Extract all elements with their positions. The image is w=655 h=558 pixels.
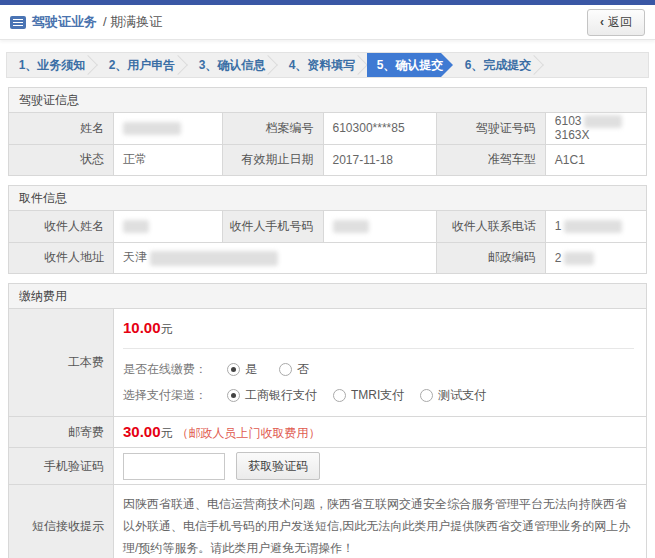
page-header: 驾驶证业务 / 期满换证 ‹ 返回	[0, 5, 655, 40]
step-2-user-declaration: 2、用户申告	[97, 53, 187, 77]
post-fee-note: （邮政人员上门收取费用）	[177, 426, 321, 440]
channel-tmri-radio[interactable]	[333, 389, 346, 402]
license-number-suffix: 3163X	[555, 128, 590, 142]
work-fee-cell: 10.00元 是否在线缴费： 是 否 选择支付渠道： 工商银行支付 TMRI支付	[113, 309, 646, 417]
document-list-icon	[10, 16, 26, 29]
breadcrumb-current: / 期满换证	[103, 13, 162, 31]
table-row: 状态 正常 有效期止日期 2017-11-18 准驾车型 A1C1	[9, 144, 646, 175]
currency-unit: 元	[161, 322, 173, 336]
sms-tip-label: 短信接收提示	[9, 485, 113, 558]
page-title: 驾驶证业务	[32, 13, 97, 31]
recipient-address-label: 收件人地址	[9, 242, 113, 273]
post-fee-label: 邮寄费	[9, 417, 113, 448]
back-button-label: 返回	[608, 14, 632, 31]
postcode-value: 2	[545, 242, 646, 273]
redaction-blur	[123, 220, 149, 233]
redaction-blur	[123, 122, 181, 135]
online-pay-label: 是否在线缴费：	[123, 361, 215, 378]
redaction-blur	[584, 115, 622, 128]
channel-test-radio[interactable]	[420, 389, 433, 402]
channel-tmri-label: TMRI支付	[351, 387, 404, 404]
online-no-radio[interactable]	[279, 363, 292, 376]
online-pay-radio-group: 是否在线缴费： 是 否	[123, 361, 634, 378]
recipient-mobile-label: 收件人手机号码	[222, 211, 323, 242]
pay-channel-radio-group: 选择支付渠道： 工商银行支付 TMRI支付 测试支付	[123, 387, 634, 404]
table-row: 姓名 档案编号 610300****85 驾驶证号码 61033163X	[9, 113, 646, 144]
license-number-label: 驾驶证号码	[436, 113, 545, 144]
work-fee-amount-line: 10.00元	[123, 319, 634, 338]
channel-icbc-radio[interactable]	[227, 389, 240, 402]
step-bar-filler	[543, 53, 648, 77]
channel-icbc-label: 工商银行支付	[245, 387, 317, 404]
postcode-label: 邮政编码	[436, 242, 545, 273]
postcode-prefix: 2	[555, 251, 562, 265]
name-value-redacted	[113, 113, 222, 144]
expiry-label: 有效期止日期	[222, 144, 323, 175]
table-row: 短信接收提示 因陕西省联通、电信运营商技术问题，陕西省互联网交通安全综合服务管理…	[9, 485, 646, 558]
step-3-confirm-info: 3、确认信息	[187, 53, 277, 77]
currency-unit: 元	[161, 426, 173, 440]
channel-test-label: 测试支付	[438, 387, 486, 404]
recipient-name-value-redacted	[113, 211, 222, 242]
pickup-section-title: 取件信息	[9, 186, 646, 211]
payment-table: 工本费 10.00元 是否在线缴费： 是 否 选择支付渠道： 工商银行支付	[9, 309, 646, 558]
work-fee-amount: 10.00	[123, 319, 161, 336]
recipient-phone-value: 1	[545, 211, 646, 242]
status-value: 正常	[113, 144, 222, 175]
online-yes-radio[interactable]	[227, 363, 240, 376]
pay-channel-label: 选择支付渠道：	[123, 387, 215, 404]
recipient-address-value: 天津	[113, 242, 436, 273]
pickup-info-table: 收件人姓名 收件人手机号码 收件人联系电话 1 收件人地址 天津 邮政编码 2	[9, 211, 646, 273]
license-number-prefix: 6103	[555, 114, 582, 128]
vehicle-class-value: A1C1	[545, 144, 646, 175]
online-no-label: 否	[297, 361, 309, 378]
file-number-label: 档案编号	[222, 113, 323, 144]
step-label: 4、资料填写	[289, 57, 356, 74]
step-4-fill-data: 4、资料填写	[277, 53, 367, 77]
get-sms-code-button[interactable]: 获取验证码	[236, 452, 320, 480]
pickup-info-section: 取件信息 收件人姓名 收件人手机号码 收件人联系电话 1 收件人地址 天津 邮政…	[8, 185, 647, 274]
step-label: 6、完成提交	[465, 57, 532, 74]
license-number-value: 61033163X	[545, 113, 646, 144]
step-label: 1、业务须知	[19, 57, 86, 74]
table-row: 手机验证码 获取验证码	[9, 448, 646, 485]
post-fee-amount: 30.00	[123, 423, 161, 440]
vehicle-class-label: 准驾车型	[436, 144, 545, 175]
step-1-business-notice: 1、业务须知	[7, 53, 97, 77]
license-info-table: 姓名 档案编号 610300****85 驾驶证号码 61033163X 状态 …	[9, 113, 646, 175]
divider	[123, 348, 634, 349]
redaction-blur	[150, 251, 278, 266]
post-fee-cell: 30.00元（邮政人员上门收取费用）	[113, 417, 646, 448]
phone-prefix: 1	[555, 219, 562, 233]
breadcrumb: 驾驶证业务 / 期满换证	[10, 13, 162, 31]
table-row: 工本费 10.00元 是否在线缴费： 是 否 选择支付渠道： 工商银行支付	[9, 309, 646, 417]
step-bar: 1、业务须知 2、用户申告 3、确认信息 4、资料填写 5、确认提交 6、完成提…	[6, 52, 649, 78]
address-prefix: 天津	[123, 250, 147, 264]
payment-section-title: 缴纳费用	[9, 284, 646, 309]
back-button[interactable]: ‹ 返回	[587, 9, 645, 36]
step-5-confirm-submit-active: 5、确认提交	[367, 53, 453, 77]
redaction-blur	[333, 220, 369, 233]
step-6-complete-submit: 6、完成提交	[453, 53, 543, 77]
license-info-section: 驾驶证信息 姓名 档案编号 610300****85 驾驶证号码 6103316…	[8, 87, 647, 176]
recipient-name-label: 收件人姓名	[9, 211, 113, 242]
sms-code-label: 手机验证码	[9, 448, 113, 485]
license-section-title: 驾驶证信息	[9, 88, 646, 113]
online-yes-label: 是	[245, 361, 257, 378]
work-fee-label: 工本费	[9, 309, 113, 417]
status-label: 状态	[9, 144, 113, 175]
redaction-blur	[564, 220, 622, 233]
step-label: 2、用户申告	[109, 57, 176, 74]
table-row: 收件人地址 天津 邮政编码 2	[9, 242, 646, 273]
table-row: 邮寄费 30.00元（邮政人员上门收取费用）	[9, 417, 646, 448]
recipient-mobile-value-redacted	[323, 211, 436, 242]
payment-section: 缴纳费用 工本费 10.00元 是否在线缴费： 是 否 选择支付渠道：	[8, 283, 647, 558]
step-label: 5、确认提交	[377, 57, 444, 74]
sms-tip-text: 因陕西省联通、电信运营商技术问题，陕西省互联网交通安全综合服务管理平台无法向持陕…	[113, 485, 646, 558]
back-arrow-icon: ‹	[600, 15, 604, 29]
file-number-value: 610300****85	[323, 113, 436, 144]
expiry-value: 2017-11-18	[323, 144, 436, 175]
sms-code-input[interactable]	[123, 453, 225, 480]
name-label: 姓名	[9, 113, 113, 144]
sms-code-cell: 获取验证码	[113, 448, 646, 485]
